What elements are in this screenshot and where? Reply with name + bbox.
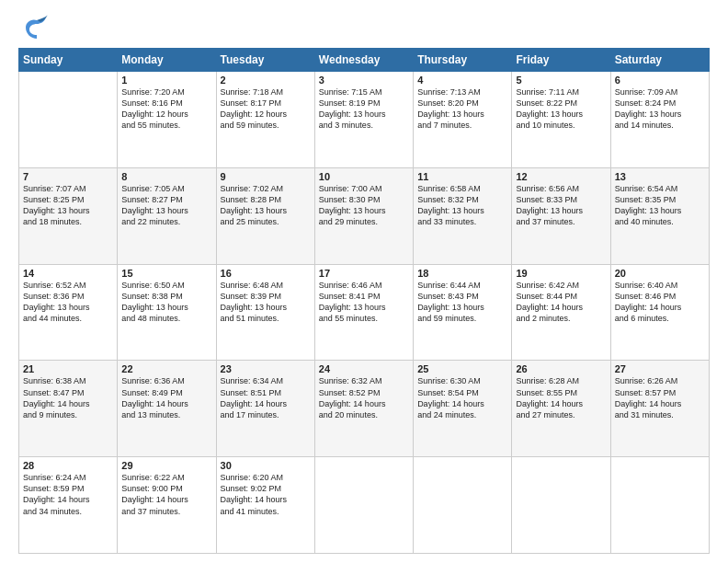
cell-content: Sunrise: 6:52 AMSunset: 8:36 PMDaylight:… [23,280,113,325]
cell-line: Daylight: 13 hours [417,205,507,216]
cell-line: Sunrise: 6:42 AM [516,280,606,291]
cell-line: and 31 minutes. [615,409,705,420]
day-number: 23 [221,363,311,374]
cell-line: and 9 minutes. [23,409,113,420]
cell-content: Sunrise: 6:40 AMSunset: 8:46 PMDaylight:… [615,280,705,325]
cell-line: Daylight: 13 hours [417,302,507,313]
cell-content: Sunrise: 6:32 AMSunset: 8:52 PMDaylight:… [319,375,409,420]
day-number: 1 [121,75,211,86]
cell-content: Sunrise: 6:22 AMSunset: 9:00 PMDaylight:… [121,472,211,517]
cell-content: Sunrise: 7:18 AMSunset: 8:17 PMDaylight:… [221,86,311,132]
cell-line: and 22 minutes. [121,216,211,227]
calendar-cell: 10Sunrise: 7:00 AMSunset: 8:30 PMDayligh… [314,167,413,264]
calendar-cell: 3Sunrise: 7:15 AMSunset: 8:19 PMDaylight… [314,72,413,168]
calendar-day-header: Sunday [19,49,118,72]
cell-line: Sunset: 8:46 PM [615,291,705,302]
logo [18,15,51,40]
cell-line: Daylight: 13 hours [319,205,409,216]
calendar-day-header: Friday [512,49,610,72]
day-number: 25 [417,363,507,374]
cell-line: Sunrise: 6:20 AM [221,472,311,483]
day-number: 21 [23,363,113,374]
cell-line: Sunset: 8:24 PM [615,98,705,109]
cell-line: and 55 minutes. [121,120,211,131]
cell-content: Sunrise: 6:20 AMSunset: 9:02 PMDaylight:… [221,472,311,517]
cell-line: Daylight: 12 hours [221,109,311,120]
cell-line: and 27 minutes. [516,409,606,420]
cell-line: Sunrise: 6:38 AM [23,375,113,386]
cell-line: Sunrise: 6:52 AM [23,280,113,291]
page: SundayMondayTuesdayWednesdayThursdayFrid… [0,0,728,563]
cell-line: Daylight: 13 hours [615,205,705,216]
cell-line: and 41 minutes. [221,506,311,517]
cell-line: and 7 minutes. [417,120,507,131]
day-number: 2 [221,75,311,86]
cell-content: Sunrise: 7:00 AMSunset: 8:30 PMDaylight:… [319,183,409,228]
calendar-cell: 27Sunrise: 6:26 AMSunset: 8:57 PMDayligh… [610,361,709,457]
cell-content: Sunrise: 7:13 AMSunset: 8:20 PMDaylight:… [417,86,507,132]
cell-line: Sunset: 8:59 PM [23,483,113,494]
cell-line: Sunset: 8:32 PM [417,194,507,205]
cell-content: Sunrise: 6:42 AMSunset: 8:44 PMDaylight:… [516,280,606,325]
cell-line: Sunrise: 6:24 AM [23,472,113,483]
calendar-cell [610,457,709,554]
cell-line: Sunrise: 6:28 AM [516,375,606,386]
cell-line: Sunrise: 7:18 AM [221,86,311,98]
calendar-cell: 15Sunrise: 6:50 AMSunset: 8:38 PMDayligh… [118,264,216,361]
calendar-cell [19,72,118,168]
cell-line: and 6 minutes. [615,313,705,324]
calendar-cell: 25Sunrise: 6:30 AMSunset: 8:54 PMDayligh… [414,361,512,457]
cell-line: and 18 minutes. [23,216,113,227]
cell-line: Sunset: 8:41 PM [319,291,409,302]
cell-line: Sunset: 8:17 PM [221,98,311,109]
cell-line: and 51 minutes. [221,313,311,324]
day-number: 7 [23,171,113,182]
cell-line: Sunrise: 6:50 AM [121,280,211,291]
logo-icon [18,15,48,40]
cell-content: Sunrise: 7:11 AMSunset: 8:22 PMDaylight:… [516,86,606,132]
cell-line: Sunrise: 7:13 AM [417,86,507,98]
cell-line: Sunset: 8:30 PM [319,194,409,205]
cell-line: Sunset: 8:33 PM [516,194,606,205]
cell-line: Daylight: 12 hours [121,109,211,120]
cell-line: and 20 minutes. [319,409,409,420]
cell-line: Daylight: 13 hours [23,302,113,313]
cell-line: Sunset: 8:39 PM [221,291,311,302]
cell-line: and 48 minutes. [121,313,211,324]
calendar-week-row: 7Sunrise: 7:07 AMSunset: 8:25 PMDaylight… [19,167,710,264]
cell-line: Sunset: 8:44 PM [516,291,606,302]
cell-line: and 59 minutes. [221,120,311,131]
cell-content: Sunrise: 6:24 AMSunset: 8:59 PMDaylight:… [23,472,113,517]
cell-content: Sunrise: 7:15 AMSunset: 8:19 PMDaylight:… [319,86,409,132]
cell-line: Sunrise: 6:40 AM [615,280,705,291]
day-number: 3 [319,75,409,86]
cell-line: and 17 minutes. [221,409,311,420]
cell-content: Sunrise: 6:48 AMSunset: 8:39 PMDaylight:… [221,280,311,325]
calendar-cell: 11Sunrise: 6:58 AMSunset: 8:32 PMDayligh… [414,167,512,264]
cell-line: and 14 minutes. [615,120,705,131]
cell-line: Sunrise: 7:07 AM [23,183,113,194]
cell-line: Sunrise: 7:20 AM [121,86,211,98]
cell-line: Daylight: 14 hours [221,398,311,409]
cell-line: and 24 minutes. [417,409,507,420]
cell-line: Daylight: 13 hours [221,302,311,313]
day-number: 19 [516,268,606,279]
cell-content: Sunrise: 6:28 AMSunset: 8:55 PMDaylight:… [516,375,606,420]
calendar-table: SundayMondayTuesdayWednesdayThursdayFrid… [18,48,710,554]
cell-line: Daylight: 13 hours [516,205,606,216]
cell-line: Sunset: 8:16 PM [121,98,211,109]
day-number: 10 [319,171,409,182]
calendar-cell: 28Sunrise: 6:24 AMSunset: 8:59 PMDayligh… [19,457,118,554]
calendar-cell: 23Sunrise: 6:34 AMSunset: 8:51 PMDayligh… [216,361,314,457]
calendar-day-header: Monday [118,49,216,72]
calendar-cell: 9Sunrise: 7:02 AMSunset: 8:28 PMDaylight… [216,167,314,264]
cell-line: Sunset: 9:00 PM [121,483,211,494]
calendar-cell: 24Sunrise: 6:32 AMSunset: 8:52 PMDayligh… [314,361,413,457]
day-number: 26 [516,363,606,374]
calendar-cell: 29Sunrise: 6:22 AMSunset: 9:00 PMDayligh… [118,457,216,554]
cell-line: Daylight: 14 hours [516,302,606,313]
cell-line: Sunset: 8:22 PM [516,98,606,109]
cell-line: Sunset: 8:43 PM [417,291,507,302]
cell-line: Daylight: 13 hours [417,109,507,120]
calendar-week-row: 1Sunrise: 7:20 AMSunset: 8:16 PMDaylight… [19,72,710,168]
